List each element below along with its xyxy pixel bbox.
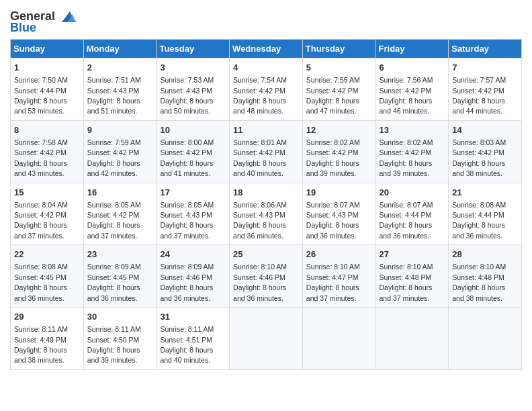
daylight-info: Daylight: 8 hours and 46 minutes.: [380, 97, 433, 115]
sunrise-info: Sunrise: 8:03 AM: [452, 138, 506, 146]
calendar-table: SundayMondayTuesdayWednesdayThursdayFrid…: [10, 39, 522, 370]
sunrise-info: Sunrise: 8:01 AM: [233, 138, 287, 146]
day-number: 23: [87, 248, 153, 261]
calendar-week-5: 29 Sunrise: 8:11 AM Sunset: 4:49 PM Dayl…: [11, 308, 522, 370]
sunrise-info: Sunrise: 8:11 AM: [14, 325, 68, 333]
day-number: 15: [14, 187, 80, 199]
calendar-cell: 4 Sunrise: 7:54 AM Sunset: 4:42 PM Dayli…: [230, 58, 303, 121]
daylight-info: Daylight: 8 hours and 39 minutes.: [87, 346, 140, 364]
sunset-info: Sunset: 4:43 PM: [87, 87, 140, 95]
daylight-info: Daylight: 8 hours and 50 minutes.: [160, 97, 213, 115]
day-number: 27: [380, 248, 445, 261]
daylight-info: Daylight: 8 hours and 36 minutes.: [233, 283, 286, 302]
daylight-info: Daylight: 8 hours and 41 minutes.: [160, 159, 213, 177]
calendar-cell: [230, 308, 303, 370]
daylight-info: Daylight: 8 hours and 51 minutes.: [87, 97, 140, 115]
day-number: 3: [160, 62, 226, 74]
sunset-info: Sunset: 4:46 PM: [160, 273, 212, 281]
day-number: 13: [380, 124, 445, 136]
day-number: 17: [160, 187, 226, 199]
daylight-info: Daylight: 8 hours and 47 minutes.: [306, 97, 359, 115]
daylight-info: Daylight: 8 hours and 42 minutes.: [87, 159, 140, 177]
day-number: 8: [14, 124, 80, 136]
calendar-cell: 25 Sunrise: 8:10 AM Sunset: 4:46 PM Dayl…: [230, 245, 303, 308]
sunset-info: Sunset: 4:51 PM: [160, 336, 212, 344]
sunrise-info: Sunrise: 7:51 AM: [87, 76, 141, 84]
sunset-info: Sunset: 4:50 PM: [87, 336, 140, 344]
calendar-cell: 23 Sunrise: 8:09 AM Sunset: 4:45 PM Dayl…: [83, 245, 157, 308]
day-number: 31: [160, 311, 226, 323]
calendar-cell: 22 Sunrise: 8:08 AM Sunset: 4:45 PM Dayl…: [11, 245, 84, 308]
sunset-info: Sunset: 4:42 PM: [306, 148, 359, 156]
day-number: 26: [306, 248, 372, 261]
sunset-info: Sunset: 4:44 PM: [452, 211, 504, 219]
sunrise-info: Sunrise: 8:09 AM: [87, 263, 141, 271]
sunrise-info: Sunrise: 8:11 AM: [160, 325, 214, 333]
calendar-cell: 10 Sunrise: 8:00 AM Sunset: 4:42 PM Dayl…: [157, 120, 230, 183]
sunset-info: Sunset: 4:42 PM: [452, 148, 504, 156]
sunset-info: Sunset: 4:45 PM: [14, 273, 66, 281]
calendar-cell: 6 Sunrise: 7:56 AM Sunset: 4:42 PM Dayli…: [375, 58, 449, 121]
calendar-week-1: 1 Sunrise: 7:50 AM Sunset: 4:44 PM Dayli…: [11, 58, 522, 121]
sunrise-info: Sunrise: 8:02 AM: [306, 138, 360, 146]
calendar-cell: [375, 308, 449, 370]
sunset-info: Sunset: 4:43 PM: [160, 87, 212, 95]
day-number: 6: [380, 62, 445, 74]
calendar-cell: 15 Sunrise: 8:04 AM Sunset: 4:42 PM Dayl…: [11, 183, 84, 245]
calendar-cell: 13 Sunrise: 8:02 AM Sunset: 4:42 PM Dayl…: [375, 120, 449, 183]
sunset-info: Sunset: 4:43 PM: [306, 211, 359, 219]
calendar-body: 1 Sunrise: 7:50 AM Sunset: 4:44 PM Dayli…: [11, 58, 522, 370]
sunset-info: Sunset: 4:42 PM: [160, 148, 212, 156]
calendar-cell: 2 Sunrise: 7:51 AM Sunset: 4:43 PM Dayli…: [83, 58, 157, 121]
logo-blue: Blue: [10, 21, 36, 35]
sunrise-info: Sunrise: 8:02 AM: [380, 138, 433, 146]
day-number: 29: [14, 311, 80, 323]
sunset-info: Sunset: 4:44 PM: [380, 211, 432, 219]
sunrise-info: Sunrise: 8:08 AM: [452, 201, 506, 209]
sunrise-info: Sunrise: 8:04 AM: [14, 201, 68, 209]
daylight-info: Daylight: 8 hours and 38 minutes.: [452, 283, 505, 302]
sunrise-info: Sunrise: 8:05 AM: [160, 201, 214, 209]
day-number: 25: [233, 248, 299, 261]
daylight-info: Daylight: 8 hours and 36 minutes.: [233, 221, 286, 239]
calendar-cell: 9 Sunrise: 7:59 AM Sunset: 4:42 PM Dayli…: [83, 120, 157, 183]
day-number: 22: [14, 248, 80, 261]
calendar-cell: 11 Sunrise: 8:01 AM Sunset: 4:42 PM Dayl…: [230, 120, 303, 183]
calendar-cell: 16 Sunrise: 8:05 AM Sunset: 4:42 PM Dayl…: [83, 183, 157, 245]
daylight-info: Daylight: 8 hours and 48 minutes.: [233, 97, 286, 115]
day-number: 21: [452, 187, 518, 199]
calendar-cell: [302, 308, 375, 370]
daylight-info: Daylight: 8 hours and 36 minutes.: [380, 221, 433, 239]
day-number: 1: [14, 62, 80, 74]
calendar-cell: 17 Sunrise: 8:05 AM Sunset: 4:43 PM Dayl…: [157, 183, 230, 245]
sunset-info: Sunset: 4:49 PM: [14, 336, 66, 344]
weekday-header-tuesday: Tuesday: [157, 40, 230, 58]
daylight-info: Daylight: 8 hours and 43 minutes.: [14, 159, 67, 177]
day-number: 24: [160, 248, 226, 261]
sunset-info: Sunset: 4:45 PM: [87, 273, 140, 281]
day-number: 18: [233, 187, 299, 199]
calendar-week-4: 22 Sunrise: 8:08 AM Sunset: 4:45 PM Dayl…: [11, 245, 522, 308]
weekday-header-monday: Monday: [83, 40, 157, 58]
day-number: 28: [452, 248, 518, 261]
sunrise-info: Sunrise: 8:05 AM: [87, 201, 141, 209]
daylight-info: Daylight: 8 hours and 39 minutes.: [380, 159, 433, 177]
sunrise-info: Sunrise: 8:10 AM: [452, 263, 506, 271]
calendar-cell: 18 Sunrise: 8:06 AM Sunset: 4:43 PM Dayl…: [230, 183, 303, 245]
sunrise-info: Sunrise: 7:56 AM: [380, 76, 433, 84]
daylight-info: Daylight: 8 hours and 38 minutes.: [14, 346, 67, 364]
sunset-info: Sunset: 4:42 PM: [233, 87, 285, 95]
sunrise-info: Sunrise: 8:10 AM: [306, 263, 360, 271]
day-number: 10: [160, 124, 226, 136]
daylight-info: Daylight: 8 hours and 36 minutes.: [160, 283, 213, 302]
weekday-header-sunday: Sunday: [11, 40, 84, 58]
sunset-info: Sunset: 4:48 PM: [452, 273, 504, 281]
calendar-cell: 26 Sunrise: 8:10 AM Sunset: 4:47 PM Dayl…: [302, 245, 375, 308]
sunset-info: Sunset: 4:42 PM: [87, 211, 140, 219]
sunset-info: Sunset: 4:42 PM: [306, 87, 359, 95]
calendar-cell: 12 Sunrise: 8:02 AM Sunset: 4:42 PM Dayl…: [302, 120, 375, 183]
daylight-info: Daylight: 8 hours and 53 minutes.: [14, 97, 67, 115]
sunrise-info: Sunrise: 7:50 AM: [14, 76, 68, 84]
daylight-info: Daylight: 8 hours and 44 minutes.: [452, 97, 505, 115]
sunrise-info: Sunrise: 7:53 AM: [160, 76, 214, 84]
